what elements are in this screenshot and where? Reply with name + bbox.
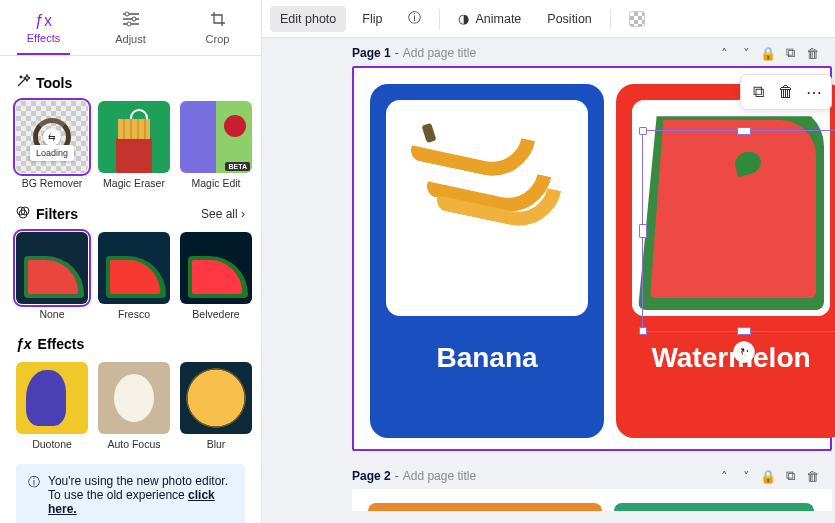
position-button[interactable]: Position [537, 6, 601, 32]
effect-auto-focus[interactable]: Auto Focus [98, 362, 170, 450]
beta-badge: BETA [225, 162, 250, 171]
duplicate-element-button[interactable]: ⧉ [745, 79, 771, 105]
filter-fresco-label: Fresco [118, 308, 150, 320]
page-1-header: Page 1 - Add page title ˄ ˅ 🔒 ⧉ 🗑 [352, 44, 835, 62]
filters-section-title: Filters [16, 205, 78, 222]
card-banana-label[interactable]: Banana [370, 342, 604, 374]
tools-label: Tools [36, 75, 72, 91]
expand-down-icon[interactable]: ˅ [737, 467, 755, 485]
collapse-up-icon[interactable]: ˄ [715, 467, 733, 485]
edit-photo-button[interactable]: Edit photo [270, 6, 346, 32]
transparency-icon [629, 11, 645, 27]
filter-none[interactable]: None [16, 232, 88, 320]
sidebar-tabs: ƒx Effects Adjust Crop [0, 0, 261, 56]
effect-auto-focus-label: Auto Focus [107, 438, 160, 450]
flip-button[interactable]: Flip [352, 6, 392, 32]
resize-handle-bl[interactable] [639, 327, 647, 335]
page-title-input[interactable]: Add page title [403, 46, 476, 60]
tools-section-title: Tools [16, 74, 245, 91]
card-banana[interactable]: Banana [370, 84, 604, 438]
tools-grid: ⇆Loading BG Remover Magic Eraser BETA Ma… [16, 101, 245, 189]
tab-crop[interactable]: Crop [174, 0, 261, 55]
delete-element-button[interactable]: 🗑 [773, 79, 799, 105]
resize-handle-lm[interactable] [639, 224, 647, 238]
card-watermelon-label[interactable]: Watermelon [616, 342, 835, 374]
fx-text-icon: ƒx [16, 336, 32, 352]
effect-blur[interactable]: Blur [180, 362, 252, 450]
effects-label: Effects [38, 336, 85, 352]
effect-duotone[interactable]: Duotone [16, 362, 88, 450]
main-area: Edit photo Flip ⓘ ◑Animate Position Page… [262, 0, 835, 523]
duplicate-page-icon[interactable]: ⧉ [781, 467, 799, 485]
photo-editor-sidebar: ƒx Effects Adjust Crop Tools ⇆Loading [0, 0, 262, 523]
element-action-bar: ⧉ 🗑 ⋯ [740, 74, 832, 110]
fx-icon: ƒx [35, 12, 52, 30]
page-number: Page 2 [352, 469, 391, 483]
filter-belvedere-label: Belvedere [192, 308, 239, 320]
notice-line2a: To use the old experience [48, 488, 188, 502]
page-2-header: Page 2 - Add page title ˄ ˅ 🔒 ⧉ 🗑 [352, 467, 835, 485]
effect-duotone-label: Duotone [32, 438, 72, 450]
slider-knob-icon: ⇆ [43, 128, 61, 146]
tab-effects[interactable]: ƒx Effects [0, 0, 87, 55]
toolbar-separator [610, 9, 611, 29]
resize-handle-tl[interactable] [639, 127, 647, 135]
page-2-canvas[interactable] [352, 489, 832, 511]
lock-icon[interactable]: 🔒 [759, 44, 777, 62]
effects-section-title: ƒx Effects [16, 336, 84, 352]
context-toolbar: Edit photo Flip ⓘ ◑Animate Position [262, 0, 835, 38]
resize-handle-bm[interactable] [737, 327, 751, 335]
filters-icon [16, 205, 30, 222]
lock-icon[interactable]: 🔒 [759, 467, 777, 485]
info-icon: ⓘ [408, 10, 421, 27]
legacy-editor-notice: ⓘ You're using the new photo editor. To … [16, 464, 245, 523]
tool-magic-eraser-label: Magic Eraser [103, 177, 165, 189]
animate-button[interactable]: ◑Animate [448, 5, 531, 32]
more-element-button[interactable]: ⋯ [801, 79, 827, 105]
effect-blur-label: Blur [207, 438, 226, 450]
filter-none-label: None [39, 308, 64, 320]
card-banana-image[interactable] [386, 100, 588, 316]
svg-point-2 [127, 22, 131, 26]
collapse-up-icon[interactable]: ˄ [715, 44, 733, 62]
effects-panel: Tools ⇆Loading BG Remover Magic Eraser B… [0, 56, 261, 523]
resize-handle-tm[interactable] [737, 127, 751, 135]
svg-point-1 [132, 17, 136, 21]
adjust-sliders-icon [122, 11, 140, 31]
page-number: Page 1 [352, 46, 391, 60]
loading-badge: Loading [30, 145, 74, 161]
tool-bg-remover[interactable]: ⇆Loading BG Remover [16, 101, 88, 189]
duplicate-page-icon[interactable]: ⧉ [781, 44, 799, 62]
expand-down-icon[interactable]: ˅ [737, 44, 755, 62]
wand-icon [16, 74, 30, 91]
animate-icon: ◑ [458, 11, 469, 26]
page-1-canvas[interactable]: ⧉ 🗑 ⋯ Banana [352, 66, 832, 451]
page-title-input[interactable]: Add page title [403, 469, 476, 483]
card-watermelon[interactable]: ↻ Watermelon [616, 84, 835, 438]
tool-magic-edit-label: Magic Edit [191, 177, 240, 189]
filters-see-all[interactable]: See all › [201, 207, 245, 221]
tool-magic-eraser[interactable]: Magic Eraser [98, 101, 170, 189]
notice-line1: You're using the new photo editor. [48, 474, 233, 488]
tab-crop-label: Crop [206, 33, 230, 45]
filters-label: Filters [36, 206, 78, 222]
filters-grid: None Fresco Belvedere [16, 232, 245, 320]
effects-grid: Duotone Auto Focus Blur [16, 362, 245, 450]
card-watermelon-image[interactable]: ↻ [632, 100, 830, 316]
delete-page-icon[interactable]: 🗑 [803, 44, 821, 62]
toolbar-separator [439, 9, 440, 29]
banana-illustration [412, 128, 562, 288]
delete-page-icon[interactable]: 🗑 [803, 467, 821, 485]
info-icon: ⓘ [28, 474, 40, 516]
info-button[interactable]: ⓘ [398, 4, 431, 33]
tab-effects-label: Effects [27, 32, 60, 44]
tab-adjust[interactable]: Adjust [87, 0, 174, 55]
tool-magic-edit[interactable]: BETA Magic Edit [180, 101, 252, 189]
filter-belvedere[interactable]: Belvedere [180, 232, 252, 320]
svg-point-0 [125, 12, 129, 16]
tool-bg-remover-label: BG Remover [22, 177, 83, 189]
filter-fresco[interactable]: Fresco [98, 232, 170, 320]
crop-icon [210, 11, 226, 31]
transparency-button[interactable] [619, 5, 655, 33]
tab-adjust-label: Adjust [115, 33, 146, 45]
